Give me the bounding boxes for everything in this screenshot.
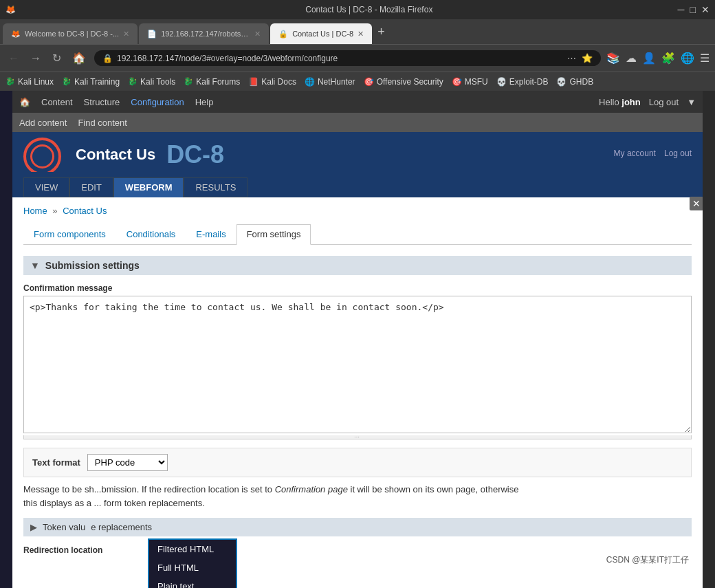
admin-bar-configuration[interactable]: Configuration (131, 97, 184, 107)
bookmark-exploit-db[interactable]: 💀 Exploit-DB (496, 77, 549, 87)
forward-button[interactable]: → (28, 51, 44, 66)
kali-training-label: Kali Training (74, 77, 120, 87)
main-page: 🏠 Content Structure Configuration Help H… (12, 91, 703, 588)
resizer-dots-icon: ⋯ (354, 434, 361, 440)
translate-icon[interactable]: 🌐 (681, 52, 694, 65)
inner-tab-form-components[interactable]: Form components (23, 224, 116, 244)
secondary-find-content[interactable]: Find content (78, 118, 127, 128)
menu-icon[interactable]: ☰ (700, 52, 710, 65)
close-button[interactable]: ✕ (701, 4, 710, 15)
tab-icon-welcome: 🦊 (11, 30, 21, 39)
home-button[interactable]: 🏠 (69, 50, 89, 66)
extensions-icon[interactable]: 🧩 (661, 52, 675, 65)
dropdown-full-html[interactable]: Full HTML (149, 558, 236, 577)
kali-tools-label: Kali Tools (140, 77, 175, 87)
firefox-logo: 🦊 (6, 5, 16, 14)
exploit-db-icon: 💀 (496, 77, 507, 87)
kali-docs-icon: 📕 (248, 77, 258, 87)
text-format-label: Text format (32, 457, 80, 468)
admin-dropdown-arrow[interactable]: ▼ (687, 97, 696, 107)
overlay-close-button[interactable]: ✕ (690, 197, 703, 210)
token-section-toggle[interactable]: ▶ (30, 522, 37, 532)
window-control-buttons[interactable]: ─ □ ✕ (678, 4, 710, 15)
tab-label-contact: Contact Us | DC-8 (292, 30, 353, 38)
tab-webform[interactable]: WEBFORM (113, 177, 184, 197)
form-group-confirmation-message: Confirmation message <p>Thanks for takin… (23, 283, 692, 439)
url-display[interactable]: 192.168.172.147/node/3#overlay=node/3/we… (117, 54, 338, 63)
bookmark-kali-docs[interactable]: 📕 Kali Docs (248, 77, 296, 87)
token-section-label: Token valu (43, 522, 85, 532)
tab-close-contact[interactable]: ✕ (358, 30, 364, 39)
page-area: 🏠 Content Structure Configuration Help H… (0, 91, 715, 588)
form-group-redirection: Redirection location (23, 545, 692, 555)
tab-icon-contact: 🔒 (278, 30, 288, 39)
bookmark-ghdb[interactable]: 💀 GHDB (556, 77, 593, 87)
admin-bar-help[interactable]: Help (195, 97, 214, 107)
bookmark-kali-training[interactable]: 🐉 Kali Training (62, 77, 120, 87)
text-format-dropdown: Filtered HTML Full HTML Plain text PHP c… (148, 538, 237, 588)
bookmark-kali-linux[interactable]: 🐉 Kali Linux (6, 77, 54, 87)
tab-robots[interactable]: 📄 192.168.172.147/robots.txt ✕ (139, 23, 269, 44)
window-title: Contact Us | DC-8 - Mozilla Firefox (60, 5, 678, 14)
dropdown-filtered-html[interactable]: Filtered HTML (149, 540, 236, 558)
inner-tab-conditionals[interactable]: Conditionals (116, 224, 186, 244)
bookmark-nethunter[interactable]: 🌐 NetHunter (305, 77, 355, 87)
kali-forums-icon: 🐉 (184, 77, 193, 86)
ghdb-icon: 💀 (556, 77, 566, 87)
breadcrumb-home[interactable]: Home (23, 206, 47, 216)
browser-titlebar: 🦊 Contact Us | DC-8 - Mozilla Firefox ─ … (0, 0, 715, 19)
section-toggle-arrow[interactable]: ▼ (30, 260, 40, 271)
address-bar[interactable]: 🔒 192.168.172.147/node/3#overlay=node/3/… (94, 50, 601, 66)
bookmark-kali-tools[interactable]: 🐉 Kali Tools (128, 77, 175, 87)
bookmark-star-icon[interactable]: ⭐ (582, 53, 593, 63)
admin-bar-structure[interactable]: Structure (84, 97, 120, 107)
my-account-link[interactable]: My account (614, 149, 656, 158)
secondary-add-content[interactable]: Add content (19, 118, 67, 128)
site-header-links: My account Log out (614, 149, 692, 161)
text-format-select[interactable]: Filtered HTML Full HTML Plain text PHP c… (87, 454, 168, 471)
site-title: Contact Us (76, 146, 155, 164)
maximize-button[interactable]: □ (690, 4, 696, 15)
site-logo (23, 138, 65, 172)
sync-icon[interactable]: ☁ (626, 52, 637, 65)
dropdown-plain-text[interactable]: Plain text (149, 577, 236, 588)
inner-tab-emails[interactable]: E-mails (186, 224, 236, 244)
textarea-resizer[interactable]: ⋯ (23, 435, 692, 439)
window-controls: 🦊 (6, 5, 60, 14)
offensive-security-icon: 🎯 (364, 77, 374, 87)
bookmark-msfu[interactable]: 🎯 MSFU (452, 77, 488, 87)
permissions-icon: ⋯ (567, 53, 576, 63)
tab-contact[interactable]: 🔒 Contact Us | DC-8 ✕ (270, 23, 372, 44)
tab-close-welcome[interactable]: ✕ (123, 30, 129, 39)
bookmark-kali-forums[interactable]: 🐉 Kali Forums (184, 77, 240, 87)
site-header-top: Contact Us DC-8 My account Log out (23, 138, 692, 172)
token-value-section: ▶ Token value replacements (23, 518, 692, 536)
tab-close-robots[interactable]: ✕ (254, 30, 261, 39)
right-sidebar (703, 91, 715, 588)
confirmation-message-textarea[interactable]: <p>Thanks for taking the time to contact… (23, 296, 692, 433)
tab-view[interactable]: VIEW (23, 177, 69, 197)
minimize-button[interactable]: ─ (678, 4, 685, 15)
downloads-icon[interactable]: 📚 (606, 52, 620, 65)
kali-linux-label: Kali Linux (18, 77, 54, 87)
offensive-security-label: Offensive Security (377, 77, 443, 87)
breadcrumb-contact[interactable]: Contact Us (63, 206, 107, 216)
admin-bar-content[interactable]: Content (41, 97, 73, 107)
tab-edit[interactable]: EDIT (69, 177, 113, 197)
site-tabs: VIEW EDIT WEBFORM RESULTS (23, 177, 692, 197)
confirmation-message-label: Confirmation message (23, 283, 692, 293)
browser-toolbar-right: 📚 ☁ 👤 🧩 🌐 ☰ (606, 52, 710, 65)
admin-home-icon[interactable]: 🏠 (19, 97, 30, 107)
address-bar-icons: ⋯ ⭐ (567, 53, 593, 63)
reload-button[interactable]: ↻ (50, 50, 64, 66)
admin-logout-link[interactable]: Log out (649, 97, 679, 107)
tab-label-robots: 192.168.172.147/robots.txt (161, 30, 250, 38)
inner-tab-form-settings[interactable]: Form settings (236, 224, 311, 245)
profile-icon[interactable]: 👤 (642, 52, 656, 65)
tab-results[interactable]: RESULTS (184, 177, 248, 197)
log-out-link[interactable]: Log out (664, 149, 692, 158)
tab-welcome[interactable]: 🦊 Welcome to DC-8 | DC-8 -... ✕ (3, 23, 138, 44)
new-tab-button[interactable]: + (373, 25, 389, 39)
back-button[interactable]: ← (6, 51, 22, 66)
bookmark-offensive-security[interactable]: 🎯 Offensive Security (364, 77, 443, 87)
